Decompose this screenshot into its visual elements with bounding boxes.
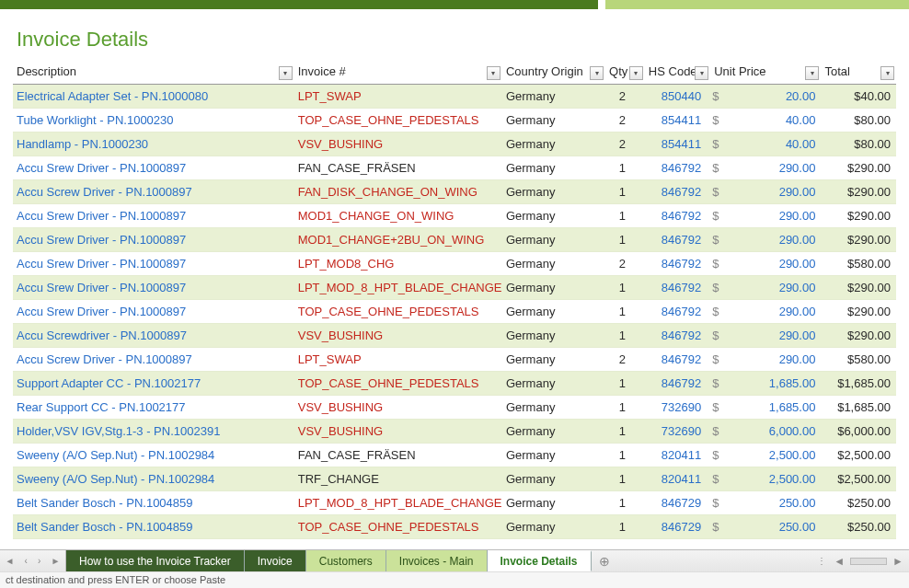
cell-invoice[interactable]: TOP_CASE_OHNE_PEDESTALS xyxy=(294,109,502,133)
table-row[interactable]: Rear Support CC - PN.1002177VSV_BUSHINGG… xyxy=(13,396,896,420)
col-hs[interactable]: HS Code▾ xyxy=(645,61,710,85)
cell-qty[interactable]: 1 xyxy=(605,396,645,420)
cell-invoice[interactable]: VSV_BUSHING xyxy=(294,396,502,420)
cell-qty[interactable]: 1 xyxy=(605,300,645,324)
table-row[interactable]: Holder,VSV IGV,Stg.1-3 - PN.1002391VSV_B… xyxy=(13,420,896,444)
cell-unit-price[interactable]: 290.00 xyxy=(731,156,822,180)
table-row[interactable]: Electrical Adapter Set - PN.1000080LPT_S… xyxy=(13,85,896,109)
col-qty[interactable]: Qty▾ xyxy=(605,61,645,85)
cell-qty[interactable]: 1 xyxy=(605,276,645,300)
cell-description[interactable]: Accu Srew Driver - PN.1000897 xyxy=(13,156,294,180)
cell-unit-price[interactable]: 6,000.00 xyxy=(731,420,822,444)
cell-unit-price[interactable]: 290.00 xyxy=(731,228,822,252)
horizontal-scrollbar[interactable] xyxy=(850,558,887,565)
cell-total[interactable]: $290.00 xyxy=(821,228,896,252)
cell-qty[interactable]: 1 xyxy=(605,228,645,252)
cell-total[interactable]: $290.00 xyxy=(821,300,896,324)
cell-origin[interactable]: Germany xyxy=(502,348,605,372)
add-sheet-button[interactable]: ⊕ xyxy=(592,550,617,571)
cell-hs[interactable]: 732690 xyxy=(645,396,710,420)
filter-dropdown-icon[interactable]: ▾ xyxy=(805,66,819,80)
cell-origin[interactable]: Germany xyxy=(502,444,605,467)
cell-total[interactable]: $250.00 xyxy=(821,491,896,515)
cell-unit-price[interactable]: 20.00 xyxy=(731,85,822,109)
cell-invoice[interactable]: TRF_CHANGE xyxy=(294,467,502,491)
cell-invoice[interactable]: FAN_CASE_FRÄSEN xyxy=(294,444,502,467)
table-row[interactable]: Sweeny (A/O Sep.Nut) - PN.1002984FAN_CAS… xyxy=(13,444,896,467)
scroll-left-icon[interactable]: ◄ xyxy=(834,555,845,568)
cell-hs[interactable]: 846792 xyxy=(645,180,710,204)
table-row[interactable]: Accu Screw Driver - PN.1000897LPT_SWAPGe… xyxy=(13,348,896,372)
cell-qty[interactable]: 2 xyxy=(605,85,645,109)
col-invoice[interactable]: Invoice #▾ xyxy=(294,61,502,85)
cell-origin[interactable]: Germany xyxy=(502,372,605,396)
filter-dropdown-icon[interactable]: ▾ xyxy=(695,66,708,80)
cell-unit-price[interactable]: 290.00 xyxy=(731,300,822,324)
filter-dropdown-icon[interactable]: ▾ xyxy=(279,66,293,80)
cell-total[interactable]: $1,685.00 xyxy=(821,396,896,420)
cell-description[interactable]: Accu Screw Driver - PN.1000897 xyxy=(13,348,294,372)
cell-description[interactable]: Sweeny (A/O Sep.Nut) - PN.1002984 xyxy=(13,444,294,467)
cell-qty[interactable]: 2 xyxy=(605,348,645,372)
cell-description[interactable]: Tube Worklight - PN.1000230 xyxy=(13,109,294,133)
cell-origin[interactable]: Germany xyxy=(502,252,605,276)
cell-total[interactable]: $1,685.00 xyxy=(821,372,896,396)
table-row[interactable]: Handlamp - PN.1000230VSV_BUSHINGGermany2… xyxy=(13,133,896,156)
cell-origin[interactable]: Germany xyxy=(502,420,605,444)
cell-unit-price[interactable]: 290.00 xyxy=(731,252,822,276)
cell-invoice[interactable]: LPT_MOD_8_HPT_BLADE_CHANGE xyxy=(294,276,502,300)
cell-origin[interactable]: Germany xyxy=(502,204,605,228)
cell-description[interactable]: Support Adapter CC - PN.1002177 xyxy=(13,372,294,396)
cell-total[interactable]: $290.00 xyxy=(821,324,896,348)
cell-unit-price[interactable]: 2,500.00 xyxy=(731,467,822,491)
tab-howto[interactable]: How to use the Invoice Tracker xyxy=(66,550,245,571)
cell-description[interactable]: Handlamp - PN.1000230 xyxy=(13,133,294,156)
cell-description[interactable]: Accu Screw Driver - PN.1000897 xyxy=(13,180,294,204)
cell-hs[interactable]: 846792 xyxy=(645,156,710,180)
col-unit-price[interactable]: Unit Price▾ xyxy=(710,61,821,85)
cell-qty[interactable]: 1 xyxy=(605,180,645,204)
cell-qty[interactable]: 1 xyxy=(605,420,645,444)
filter-dropdown-icon[interactable]: ▾ xyxy=(880,66,894,80)
cell-description[interactable]: Accu Srew Driver - PN.1000897 xyxy=(13,204,294,228)
cell-total[interactable]: $290.00 xyxy=(821,204,896,228)
cell-origin[interactable]: Germany xyxy=(502,85,605,109)
cell-unit-price[interactable]: 40.00 xyxy=(731,109,822,133)
filter-dropdown-icon[interactable]: ▾ xyxy=(590,66,604,80)
cell-qty[interactable]: 1 xyxy=(605,467,645,491)
cell-unit-price[interactable]: 1,685.00 xyxy=(731,396,822,420)
table-row[interactable]: Tube Worklight - PN.1000230TOP_CASE_OHNE… xyxy=(13,109,896,133)
cell-total[interactable]: $250.00 xyxy=(821,515,896,539)
table-row[interactable]: Belt Sander Bosch - PN.1004859LPT_MOD_8_… xyxy=(13,491,896,515)
cell-hs[interactable]: 846792 xyxy=(645,372,710,396)
cell-origin[interactable]: Germany xyxy=(502,133,605,156)
cell-invoice[interactable]: MOD1_CHANGE+2BU_ON_WING xyxy=(294,228,502,252)
cell-invoice[interactable]: TOP_CASE_OHNE_PEDESTALS xyxy=(294,300,502,324)
cell-qty[interactable]: 2 xyxy=(605,252,645,276)
cell-hs[interactable]: 846792 xyxy=(645,324,710,348)
cell-unit-price[interactable]: 290.00 xyxy=(731,180,822,204)
cell-invoice[interactable]: MOD1_CHANGE_ON_WING xyxy=(294,204,502,228)
col-description[interactable]: Description▾ xyxy=(13,61,294,85)
table-row[interactable]: Accu Srew Driver - PN.1000897TOP_CASE_OH… xyxy=(13,300,896,324)
table-row[interactable]: Accu Srew Driver - PN.1000897LPT_MOD_8_H… xyxy=(13,276,896,300)
cell-hs[interactable]: 846792 xyxy=(645,228,710,252)
table-row[interactable]: Accu Screwdriver - PN.1000897VSV_BUSHING… xyxy=(13,324,896,348)
cell-hs[interactable]: 820411 xyxy=(645,444,710,467)
cell-total[interactable]: $80.00 xyxy=(821,109,896,133)
cell-origin[interactable]: Germany xyxy=(502,156,605,180)
cell-unit-price[interactable]: 250.00 xyxy=(731,515,822,539)
cell-total[interactable]: $2,500.00 xyxy=(821,444,896,467)
cell-total[interactable]: $40.00 xyxy=(821,85,896,109)
cell-total[interactable]: $2,500.00 xyxy=(821,467,896,491)
tab-overflow-icon[interactable]: ⋮ xyxy=(817,556,828,566)
tab-invoice-details[interactable]: Invoice Details xyxy=(488,550,592,571)
cell-origin[interactable]: Germany xyxy=(502,228,605,252)
table-row[interactable]: Belt Sander Bosch - PN.1004859TOP_CASE_O… xyxy=(13,515,896,539)
cell-qty[interactable]: 1 xyxy=(605,204,645,228)
cell-qty[interactable]: 2 xyxy=(605,133,645,156)
cell-unit-price[interactable]: 40.00 xyxy=(731,133,822,156)
table-row[interactable]: Sweeny (A/O Sep.Nut) - PN.1002984TRF_CHA… xyxy=(13,467,896,491)
table-row[interactable]: Accu Screw Driver - PN.1000897FAN_DISK_C… xyxy=(13,180,896,204)
cell-total[interactable]: $580.00 xyxy=(821,252,896,276)
